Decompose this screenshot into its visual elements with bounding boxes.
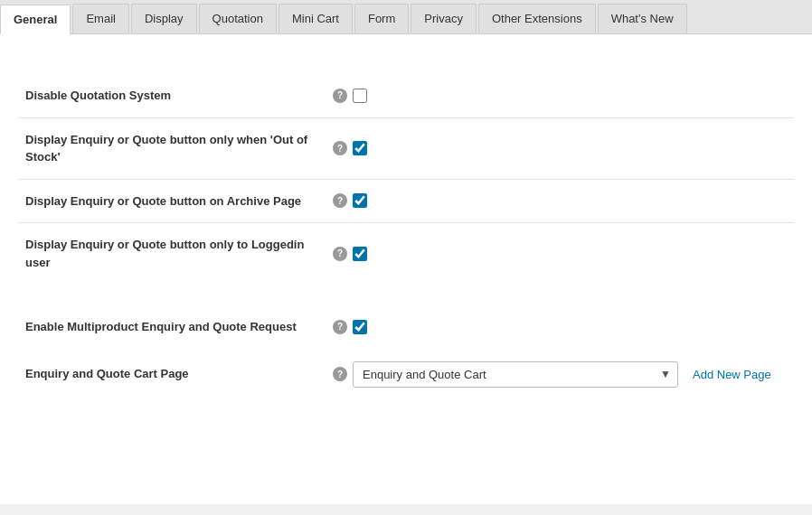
main-content: Disable Quotation System?Display Enquiry… xyxy=(0,34,812,504)
tab-other-extensions[interactable]: Other Extensions xyxy=(478,4,596,33)
option-row-archive-page: Display Enquiry or Quote button on Archi… xyxy=(18,179,794,223)
help-icon-loggedin-user[interactable]: ? xyxy=(333,247,347,261)
help-icon-cart-page[interactable]: ? xyxy=(333,367,347,381)
cart-page-label: Enquiry and Quote Cart Page xyxy=(18,349,326,400)
checkbox-enable-multiproduct[interactable] xyxy=(353,320,367,334)
cart-page-row: Enquiry and Quote Cart Page?Enquiry and … xyxy=(18,349,794,400)
option-row-disable-quotation: Disable Quotation System? xyxy=(18,74,794,117)
tab-email[interactable]: Email xyxy=(72,4,129,33)
tab-whats-new[interactable]: What's New xyxy=(598,4,687,33)
checkbox-disable-quotation[interactable] xyxy=(353,89,367,103)
checkbox-loggedin-user[interactable] xyxy=(353,247,367,261)
checkbox-archive-page[interactable] xyxy=(353,193,367,208)
tabs-bar: GeneralEmailDisplayQuotationMini CartFor… xyxy=(0,0,812,34)
option-control-archive-page: ? xyxy=(326,179,794,223)
section2-table: Enable Multiproduct Enquiry and Quote Re… xyxy=(18,305,794,400)
option-label-enable-multiproduct: Enable Multiproduct Enquiry and Quote Re… xyxy=(18,305,326,349)
option-control-enable-multiproduct: ? xyxy=(326,305,794,349)
checkbox-out-of-stock[interactable] xyxy=(353,141,367,155)
help-icon-disable-quotation[interactable]: ? xyxy=(333,89,347,103)
option-row-loggedin-user: Display Enquiry or Quote button only to … xyxy=(18,223,794,285)
help-icon-enable-multiproduct[interactable]: ? xyxy=(333,320,347,334)
help-icon-archive-page[interactable]: ? xyxy=(333,193,347,208)
option-label-archive-page: Display Enquiry or Quote button on Archi… xyxy=(18,179,326,223)
tab-general[interactable]: General xyxy=(0,5,71,34)
option-label-loggedin-user: Display Enquiry or Quote button only to … xyxy=(18,223,326,285)
option-label-out-of-stock: Display Enquiry or Quote button only whe… xyxy=(18,117,326,179)
cart-page-select[interactable]: Enquiry and Quote Cart xyxy=(353,361,678,388)
add-new-page-link[interactable]: Add New Page xyxy=(693,368,771,381)
option-control-loggedin-user: ? xyxy=(326,223,794,285)
tab-display[interactable]: Display xyxy=(131,4,197,33)
help-icon-out-of-stock[interactable]: ? xyxy=(333,141,347,155)
section1-title xyxy=(18,52,794,60)
option-label-disable-quotation: Disable Quotation System xyxy=(18,74,326,117)
tab-mini-cart[interactable]: Mini Cart xyxy=(279,4,353,33)
option-control-out-of-stock: ? xyxy=(326,117,794,179)
option-control-disable-quotation: ? xyxy=(326,74,794,117)
cart-page-control: ?Enquiry and Quote Cart▼Add New Page xyxy=(326,349,794,400)
tab-form[interactable]: Form xyxy=(354,4,409,33)
tab-quotation[interactable]: Quotation xyxy=(199,4,277,33)
option-row-out-of-stock: Display Enquiry or Quote button only whe… xyxy=(18,117,794,179)
option-row-enable-multiproduct: Enable Multiproduct Enquiry and Quote Re… xyxy=(18,305,794,349)
cart-page-select-wrapper: Enquiry and Quote Cart▼ xyxy=(353,361,678,388)
section1-table: Disable Quotation System?Display Enquiry… xyxy=(18,74,794,284)
tab-privacy[interactable]: Privacy xyxy=(411,4,477,33)
